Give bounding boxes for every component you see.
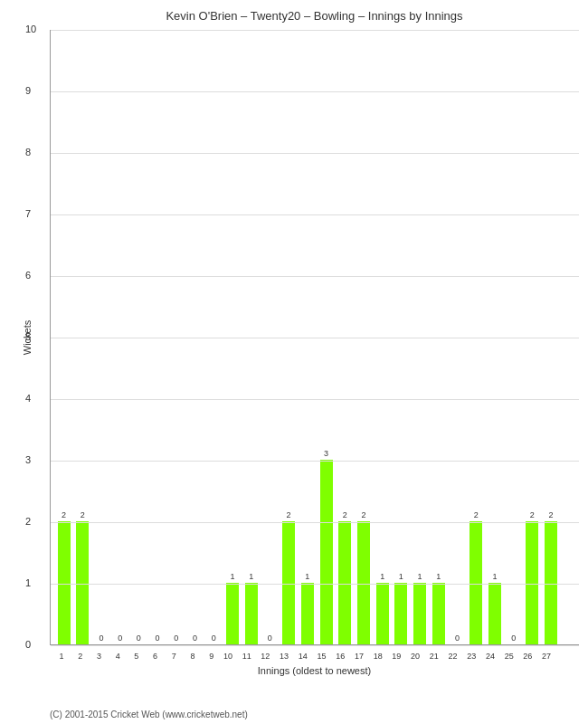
bar: [545, 521, 557, 644]
x-tick: 27: [542, 652, 551, 661]
bar-value-label: 0: [268, 634, 272, 643]
chart-area: Wickets 21220304050607080911011101221311…: [50, 30, 579, 645]
bar: [58, 521, 71, 644]
bar: [245, 583, 258, 644]
chart-container: Kevin O'Brien – Twenty20 – Bowling – Inn…: [0, 0, 588, 724]
grid-line: [51, 214, 579, 215]
bar: [338, 521, 351, 644]
x-tick: 11: [242, 652, 251, 661]
bar-value-label: 1: [380, 572, 384, 581]
grid-line: [51, 645, 579, 646]
bar: [357, 521, 370, 644]
grid-line: [51, 153, 579, 154]
y-tick: 4: [25, 393, 31, 404]
bar-value-label: 0: [118, 634, 122, 643]
grid-line: [51, 584, 579, 585]
y-tick: 5: [25, 331, 31, 342]
bar-value-label: 0: [212, 634, 216, 643]
bar: [526, 521, 538, 644]
x-tick: 20: [411, 652, 420, 661]
chart-title: Kevin O'Brien – Twenty20 – Bowling – Inn…: [50, 9, 579, 23]
x-tick: 3: [97, 652, 101, 661]
bar: [282, 521, 295, 644]
x-tick: 22: [448, 652, 457, 661]
y-tick: 8: [25, 147, 31, 157]
y-tick: 6: [25, 270, 31, 281]
bar-value-label: 0: [156, 634, 160, 643]
bar-value-label: 2: [287, 510, 291, 519]
bar: [376, 583, 389, 644]
bar-value-label: 1: [418, 572, 422, 581]
bar-value-label: 2: [343, 510, 347, 519]
copyright: (C) 2001-2015 Cricket Web (www.cricketwe…: [50, 710, 248, 719]
bar-value-label: 2: [81, 510, 85, 519]
grid-line: [51, 338, 579, 338]
bar: [226, 583, 239, 644]
grid-line: [51, 30, 579, 31]
grid-line: [51, 522, 579, 523]
x-tick: 25: [505, 652, 514, 661]
bar-value-label: 1: [230, 572, 234, 581]
bar-value-label: 2: [549, 510, 554, 519]
bar: [394, 583, 407, 644]
bar: [469, 521, 482, 644]
bar-value-label: 1: [399, 572, 403, 581]
bar-value-label: 0: [511, 634, 516, 643]
x-tick: 24: [486, 652, 495, 661]
x-tick: 5: [134, 652, 138, 661]
grid-line: [51, 399, 579, 400]
y-tick: 7: [25, 208, 31, 219]
bar-value-label: 0: [137, 634, 141, 643]
grid-line: [51, 91, 579, 92]
x-tick: 18: [374, 652, 383, 661]
x-tick: 26: [523, 652, 532, 661]
y-tick: 3: [25, 454, 31, 465]
bar: [301, 583, 314, 644]
x-tick: 12: [261, 652, 270, 661]
x-tick: 15: [317, 652, 326, 661]
bar-value-label: 1: [249, 572, 253, 581]
x-axis-label: Innings (oldest to newest): [50, 665, 579, 676]
bar: [413, 583, 426, 644]
grid-line: [51, 461, 579, 462]
bar: [432, 583, 445, 644]
bar-value-label: 1: [436, 572, 441, 581]
x-tick: 8: [190, 652, 194, 661]
bar-value-label: 0: [455, 634, 460, 643]
bar: [320, 460, 333, 644]
bar-value-label: 0: [174, 634, 178, 643]
x-tick: 23: [467, 652, 476, 661]
y-tick: 9: [25, 85, 31, 96]
x-tick: 17: [355, 652, 364, 661]
bar-value-label: 1: [492, 572, 497, 581]
y-tick: 0: [25, 639, 31, 650]
bar-value-label: 1: [305, 572, 309, 581]
x-tick: 10: [223, 652, 232, 661]
x-tick: 7: [172, 652, 176, 661]
x-tick: 4: [116, 652, 120, 661]
grid-line: [51, 276, 579, 277]
y-tick: 1: [25, 577, 31, 588]
x-tick: 2: [78, 652, 82, 661]
x-tick: 14: [299, 652, 308, 661]
bar: [76, 521, 89, 644]
x-tick: 6: [153, 652, 157, 661]
bar-value-label: 0: [99, 634, 103, 643]
x-tick: 1: [59, 652, 63, 661]
bar-value-label: 2: [530, 510, 535, 519]
y-tick: 10: [25, 24, 36, 34]
x-tick: 16: [336, 652, 345, 661]
bar-value-label: 2: [62, 510, 66, 519]
x-tick: 13: [280, 652, 289, 661]
x-tick: 19: [392, 652, 401, 661]
bar: [488, 583, 501, 644]
bar-value-label: 3: [324, 449, 328, 458]
x-tick: 9: [209, 652, 213, 661]
x-tick: 21: [430, 652, 439, 661]
bar-value-label: 2: [361, 510, 365, 519]
y-tick: 2: [25, 516, 31, 527]
bar-value-label: 0: [193, 634, 197, 643]
bar-value-label: 2: [474, 510, 479, 519]
